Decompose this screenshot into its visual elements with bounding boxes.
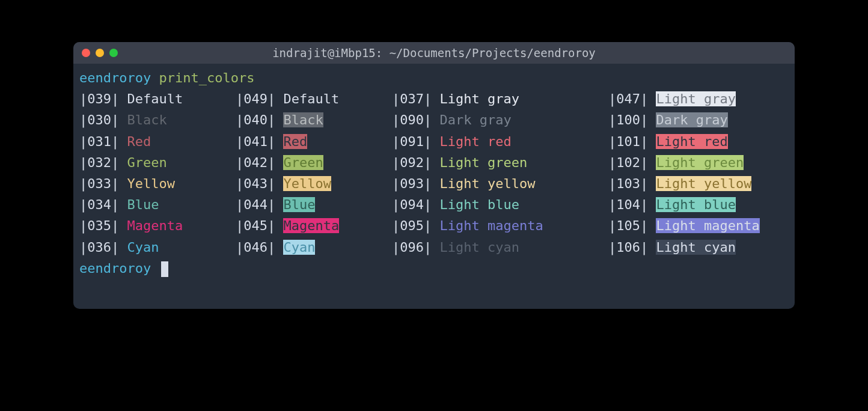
color-cell: |042| Green [236, 152, 392, 173]
color-code: |102| [608, 155, 656, 170]
color-label: Light blue [656, 197, 735, 212]
color-cell: |101| Light red [608, 131, 728, 152]
color-code: |030| [79, 112, 127, 127]
table-row: |036| Cyan |046| Cyan|096| Light cyan |1… [79, 237, 789, 258]
color-cell: |090| Dark gray [392, 109, 608, 130]
color-label: Dark gray [656, 112, 727, 127]
color-cell: |095| Light magenta [392, 215, 608, 236]
color-code: |044| [236, 197, 283, 212]
color-cell: |091| Light red [392, 131, 608, 152]
color-label: Dark gray [439, 112, 551, 127]
window-controls [82, 49, 118, 57]
color-code: |095| [392, 218, 439, 233]
minimize-icon[interactable] [96, 49, 104, 57]
color-cell: |040| Black [236, 109, 392, 130]
color-cell: |104| Light blue [608, 194, 736, 215]
close-icon[interactable] [82, 49, 90, 57]
color-label: Cyan [127, 240, 191, 255]
color-cell: |105| Light magenta [608, 215, 760, 236]
color-code: |033| [79, 176, 127, 191]
color-label: Light red [439, 134, 551, 149]
color-label: Light blue [439, 197, 551, 212]
prompt-user: eendroroy [79, 70, 151, 85]
color-label: Red [283, 134, 307, 149]
color-code: |039| [79, 91, 127, 106]
color-label: Light green [439, 155, 551, 170]
color-table: |039| Default |049| Default |037| Light … [79, 88, 789, 258]
color-label: Light red [656, 134, 727, 149]
color-code: |046| [236, 240, 283, 255]
color-label: Light magenta [439, 218, 551, 233]
color-cell: |103| Light yellow [608, 173, 751, 194]
terminal-window: indrajit@iMbp15: ~/Documents/Projects/ee… [73, 42, 795, 309]
color-label: Light cyan [656, 240, 735, 255]
color-code: |106| [608, 240, 656, 255]
color-label: Light green [656, 155, 744, 170]
color-label: Magenta [283, 218, 339, 233]
color-code: |036| [79, 240, 127, 255]
color-label: Green [127, 155, 191, 170]
color-code: |043| [236, 176, 283, 191]
table-row: |039| Default |049| Default |037| Light … [79, 88, 789, 109]
color-cell: |100| Dark gray [608, 109, 728, 130]
color-cell: |049| Default [236, 88, 392, 109]
color-code: |090| [392, 112, 439, 127]
command-text: print_colors [159, 70, 254, 85]
color-cell: |037| Light gray [392, 88, 608, 109]
color-cell: |039| Default [79, 88, 236, 109]
color-label: Cyan [283, 240, 315, 255]
color-label: Yellow [283, 176, 331, 191]
color-cell: |036| Cyan [79, 237, 236, 258]
color-cell: |031| Red [79, 131, 236, 152]
color-code: |104| [608, 197, 656, 212]
color-cell: |045| Magenta [236, 215, 392, 236]
color-cell: |092| Light green [392, 152, 608, 173]
color-label: Default [127, 91, 191, 106]
color-label: Yellow [127, 176, 191, 191]
color-code: |035| [79, 218, 127, 233]
prompt-user: eendroroy [79, 261, 151, 276]
color-cell: |035| Magenta [79, 215, 236, 236]
color-label: Blue [283, 197, 315, 212]
color-code: |040| [236, 112, 283, 127]
color-code: |045| [236, 218, 283, 233]
color-label: Green [283, 155, 323, 170]
table-row: |032| Green |042| Green|092| Light green… [79, 152, 789, 173]
color-cell: |033| Yellow [79, 173, 236, 194]
prompt-line: eendroroy print_colors [79, 67, 789, 88]
color-label: Light yellow [439, 176, 551, 191]
color-code: |093| [392, 176, 439, 191]
color-cell: |034| Blue [79, 194, 236, 215]
maximize-icon[interactable] [109, 49, 118, 57]
color-cell: |096| Light cyan [392, 237, 608, 258]
color-code: |031| [79, 134, 127, 149]
color-label: Light yellow [656, 176, 751, 191]
color-label: Light gray [656, 91, 735, 106]
color-cell: |106| Light cyan [608, 237, 736, 258]
color-label: Red [127, 134, 191, 149]
window-title: indrajit@iMbp15: ~/Documents/Projects/ee… [73, 46, 795, 59]
color-code: |042| [236, 155, 283, 170]
table-row: |030| Black |040| Black|090| Dark gray |… [79, 109, 789, 130]
table-row: |034| Blue |044| Blue|094| Light blue |1… [79, 194, 789, 215]
titlebar: indrajit@iMbp15: ~/Documents/Projects/ee… [73, 42, 795, 64]
color-code: |034| [79, 197, 127, 212]
color-code: |096| [392, 240, 439, 255]
color-cell: |046| Cyan [236, 237, 392, 258]
color-label: Magenta [127, 218, 191, 233]
color-code: |105| [608, 218, 656, 233]
color-code: |037| [392, 91, 439, 106]
color-cell: |047| Light gray [608, 88, 736, 109]
color-cell: |043| Yellow [236, 173, 392, 194]
color-label: Light cyan [439, 240, 551, 255]
color-cell: |093| Light yellow [392, 173, 608, 194]
table-row: |033| Yellow |043| Yellow|093| Light yel… [79, 173, 789, 194]
color-label: Black [283, 112, 323, 127]
table-row: |031| Red |041| Red|091| Light red |101|… [79, 131, 789, 152]
color-label: Default [283, 91, 347, 106]
color-cell: |030| Black [79, 109, 236, 130]
color-code: |100| [608, 112, 656, 127]
color-label: Black [127, 112, 191, 127]
terminal-content[interactable]: eendroroy print_colors |039| Default |04… [73, 64, 795, 309]
color-cell: |094| Light blue [392, 194, 608, 215]
